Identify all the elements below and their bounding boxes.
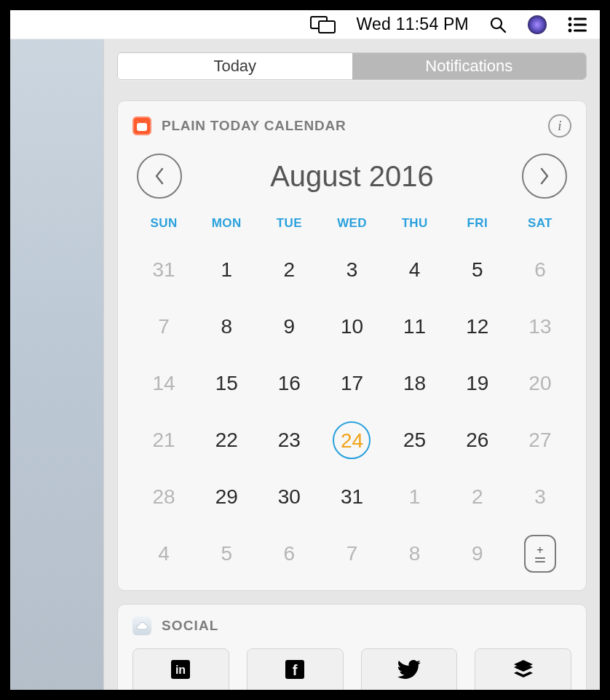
calendar-day[interactable]: 20 <box>509 366 571 401</box>
calendar-day[interactable]: 11 <box>384 309 446 344</box>
calendar-day[interactable]: 31 <box>132 252 195 287</box>
svg-rect-8 <box>574 23 587 25</box>
svg-point-9 <box>569 28 572 32</box>
calendar-day[interactable]: 25 <box>384 423 446 458</box>
calendar-day[interactable]: 8 <box>384 536 446 571</box>
calendar-day[interactable]: 9 <box>258 309 320 344</box>
calendar-day[interactable]: 5 <box>446 252 509 287</box>
svg-point-5 <box>569 17 572 20</box>
tab-today[interactable]: Today <box>118 53 352 79</box>
svg-point-7 <box>569 23 572 26</box>
calendar-day[interactable]: 22 <box>195 423 258 458</box>
dow-header: TUE <box>258 216 320 231</box>
calendar-day[interactable]: 3 <box>320 252 383 287</box>
calendar-day[interactable]: 27 <box>509 423 571 458</box>
calendar-day[interactable]: 6 <box>258 536 320 571</box>
dow-header: FRI <box>446 216 509 231</box>
calendar-day[interactable]: 3 <box>509 480 571 514</box>
calendar-day[interactable]: 7 <box>132 309 195 344</box>
calendar-day[interactable]: 19 <box>446 366 509 401</box>
month-title: August 2016 <box>270 160 434 193</box>
calendar-day[interactable]: 7 <box>320 536 383 571</box>
calendar-day[interactable]: 18 <box>384 366 446 401</box>
svg-text:f: f <box>293 662 298 678</box>
dow-header: WED <box>320 216 383 231</box>
svg-rect-10 <box>574 29 587 31</box>
widget-title: SOCIAL <box>162 618 219 634</box>
social-twitter-button[interactable] <box>361 648 458 690</box>
calendar-day-today[interactable]: 24 <box>320 423 383 458</box>
add-event-button[interactable]: + <box>509 536 571 571</box>
screen-mirroring-icon[interactable] <box>310 16 336 33</box>
calendar-day[interactable]: 10 <box>320 309 383 344</box>
calendar-day[interactable]: 21 <box>132 423 195 458</box>
calendar-day[interactable]: 30 <box>258 480 320 514</box>
menubar: Wed 11:54 PM <box>10 10 600 39</box>
calendar-day[interactable]: 2 <box>446 480 509 514</box>
today-notifications-tabs: Today Notifications <box>117 52 587 80</box>
next-month-button[interactable] <box>522 154 567 199</box>
calendar-grid: SUNMONTUEWEDTHUFRISAT3112345678910111213… <box>132 216 571 571</box>
calendar-day[interactable]: 14 <box>132 366 195 401</box>
calendar-day[interactable]: 28 <box>132 480 195 514</box>
desktop-wallpaper <box>10 10 105 690</box>
svg-rect-6 <box>574 17 587 20</box>
cloud-icon <box>132 616 151 635</box>
svg-point-4 <box>528 15 547 34</box>
tab-notifications[interactable]: Notifications <box>352 53 587 79</box>
calendar-day[interactable]: 16 <box>258 366 320 401</box>
calendar-day[interactable]: 13 <box>509 309 571 344</box>
calendar-day[interactable]: 5 <box>195 536 258 571</box>
dow-header: SAT <box>509 216 571 231</box>
dow-header: MON <box>195 216 258 231</box>
plain-today-calendar-widget: PLAIN TODAY CALENDAR i August 2016 SUNMO… <box>117 100 587 591</box>
svg-rect-1 <box>319 21 335 33</box>
calendar-day[interactable]: 23 <box>258 423 320 458</box>
widget-info-button[interactable]: i <box>548 114 571 138</box>
calendar-day[interactable]: 2 <box>258 252 320 287</box>
calendar-day[interactable]: 9 <box>446 536 509 571</box>
social-facebook-button[interactable]: f <box>247 648 344 690</box>
calendar-day[interactable]: 8 <box>195 309 258 344</box>
social-linkedin-button[interactable]: in <box>132 648 229 690</box>
notification-center-icon[interactable] <box>568 17 587 33</box>
menubar-clock[interactable]: Wed 11:54 PM <box>357 15 469 34</box>
dow-header: SUN <box>132 216 195 231</box>
svg-text:in: in <box>175 664 186 676</box>
social-buffer-button[interactable] <box>475 648 571 690</box>
calendar-day[interactable]: 31 <box>320 480 383 514</box>
dow-header: THU <box>384 216 446 231</box>
calendar-day[interactable]: 1 <box>384 480 446 514</box>
calendar-day[interactable]: 4 <box>384 252 446 287</box>
calendar-day[interactable]: 17 <box>320 366 383 401</box>
spotlight-icon[interactable] <box>489 16 507 33</box>
calendar-day[interactable]: 15 <box>195 366 258 401</box>
calendar-app-icon <box>132 116 151 135</box>
calendar-day[interactable]: 26 <box>446 423 509 458</box>
svg-line-3 <box>500 27 505 32</box>
previous-month-button[interactable] <box>137 154 182 199</box>
social-widget: SOCIAL inf <box>117 604 587 690</box>
notification-center-panel: Today Notifications PLAIN TODAY CALENDAR… <box>103 39 600 690</box>
calendar-day[interactable]: 6 <box>509 252 571 287</box>
siri-icon[interactable] <box>527 15 547 35</box>
calendar-day[interactable]: 4 <box>132 536 195 571</box>
calendar-day[interactable]: 1 <box>195 252 258 287</box>
widget-title: PLAIN TODAY CALENDAR <box>162 118 346 134</box>
calendar-day[interactable]: 12 <box>446 309 509 344</box>
calendar-day[interactable]: 29 <box>195 480 258 514</box>
